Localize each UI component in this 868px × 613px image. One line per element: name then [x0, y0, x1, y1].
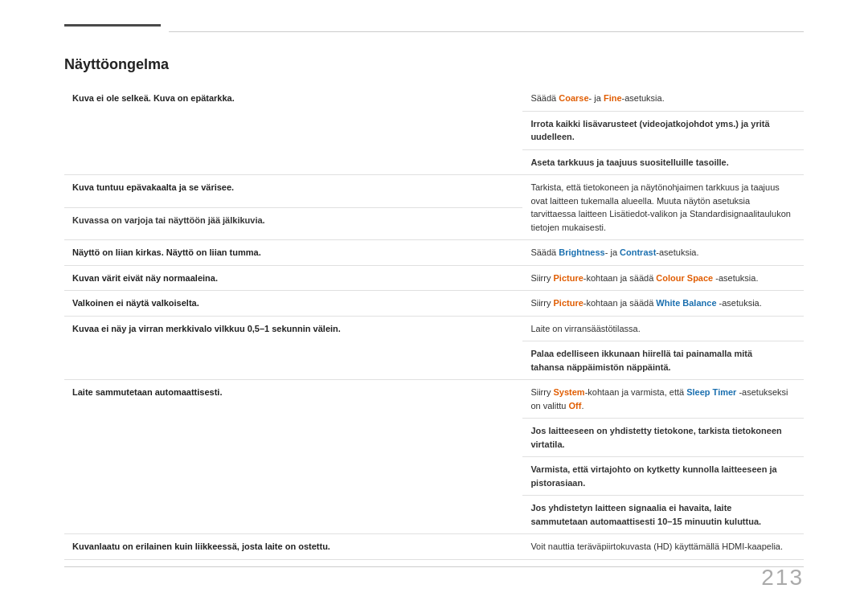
table-row: Kuva ei ole selkeä. Kuva on epätarkka.Sä…: [64, 86, 804, 111]
page-title: Näyttöongelma: [64, 56, 804, 73]
problem-cell: Kuva tuntuu epävakaalta ja se värisee.: [64, 175, 522, 208]
solution-cell: Palaa edelliseen ikkunaan hiirellä tai p…: [522, 341, 804, 380]
problem-cell: Kuva ei ole selkeä. Kuva on epätarkka.: [64, 86, 522, 175]
problem-cell: Kuvassa on varjoja tai näyttöön jää jälk…: [64, 207, 522, 240]
table-row: Kuvaa ei näy ja virran merkkivalo vilkku…: [64, 316, 804, 341]
table-row: Näyttö on liian kirkas. Näyttö on liian …: [64, 240, 804, 266]
problem-cell: Kuvaa ei näy ja virran merkkivalo vilkku…: [64, 316, 522, 380]
solution-cell: Voit nauttia teräväpiirtokuvasta (HD) kä…: [522, 534, 804, 560]
table-row: Valkoinen ei näytä valkoiselta.Siirry Pi…: [64, 291, 804, 317]
problem-cell: Kuvanlaatu on erilainen kuin liikkeessä,…: [64, 534, 522, 560]
solution-cell: Aseta tarkkuus ja taajuus suositelluille…: [522, 149, 804, 175]
page-container: Näyttöongelma Kuva ei ole selkeä. Kuva o…: [0, 0, 868, 613]
solution-cell: Laite on virransäästötilassa.: [522, 316, 804, 341]
top-horizontal-line: [169, 31, 804, 32]
solution-cell: Varmista, että virtajohto on kytketty ku…: [522, 457, 804, 496]
solution-cell: Irrota kaikki lisävarusteet (videojatkoj…: [522, 111, 804, 149]
problem-cell: Laite sammutetaan automaattisesti.: [64, 380, 522, 534]
main-table: Kuva ei ole selkeä. Kuva on epätarkka.Sä…: [64, 86, 804, 567]
solution-cell: Tarkista, että tietokoneen ja näytönohja…: [522, 175, 804, 240]
table-row: Kuvanlaatu on erilainen kuin liikkeessä,…: [64, 534, 804, 560]
solution-cell: Jos yhdistetyn laitteen signaalia ei hav…: [522, 496, 804, 534]
page-number: 213: [761, 565, 804, 591]
solution-cell: Siirry System-kohtaan ja varmista, että …: [522, 380, 804, 419]
table-row: Kuvan värit eivät näy normaaleina.Siirry…: [64, 265, 804, 291]
solution-cell: Jos laitteeseen on yhdistetty tietokone,…: [522, 419, 804, 457]
table-row: Laite sammutetaan automaattisesti.Siirry…: [64, 380, 804, 419]
solution-cell: Säädä Coarse- ja Fine-asetuksia.: [522, 86, 804, 111]
table-row: Kuva tuntuu epävakaalta ja se värisee.Ta…: [64, 175, 804, 208]
top-accent-line: [64, 24, 161, 27]
solution-cell: Siirry Picture-kohtaan ja säädä Colour S…: [522, 265, 804, 291]
problem-cell: Kuvan värit eivät näy normaaleina.: [64, 265, 522, 291]
problem-cell: Valkoinen ei näytä valkoiselta.: [64, 291, 522, 317]
solution-cell: Säädä Brightness- ja Contrast-asetuksia.: [522, 240, 804, 266]
table-row-final: [64, 559, 804, 566]
problem-cell: Näyttö on liian kirkas. Näyttö on liian …: [64, 240, 522, 266]
solution-cell: Siirry Picture-kohtaan ja säädä White Ba…: [522, 291, 804, 317]
